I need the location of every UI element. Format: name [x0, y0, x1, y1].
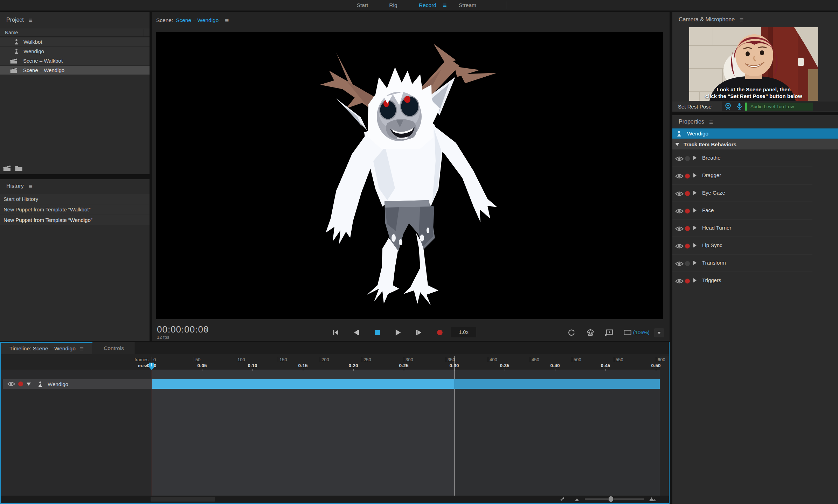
zoom-out-mountain-icon[interactable]	[574, 497, 580, 502]
eye-visibility-icon[interactable]	[675, 261, 684, 267]
tab-controls[interactable]: Controls	[93, 342, 134, 354]
record-tab-menu-icon[interactable]: ≡	[441, 0, 449, 10]
work-area-end-line[interactable]	[454, 356, 455, 496]
project-panel-menu-icon[interactable]: ≡	[29, 17, 33, 23]
frame-tick: 250	[362, 357, 371, 362]
behavior-row-lip-sync[interactable]: Lip Sync	[672, 237, 838, 254]
microphone-toggle-icon[interactable]	[736, 103, 743, 110]
timeline-ruler[interactable]: frames m:ss 0501001502002503003504004505…	[1, 356, 669, 371]
render-quality-button[interactable]	[586, 328, 595, 337]
arm-for-record-dot[interactable]	[685, 191, 690, 196]
new-folder-icon[interactable]	[15, 165, 23, 171]
properties-panel-menu-icon[interactable]: ≡	[709, 119, 713, 125]
tab-timeline[interactable]: Timeline: Scene – Wendigo ≡	[1, 342, 92, 354]
set-rest-pose-button[interactable]: Set Rest Pose	[672, 102, 722, 111]
expand-triangle-icon[interactable]	[693, 208, 697, 212]
expand-triangle-icon[interactable]	[693, 278, 697, 282]
scene-panel-menu-icon[interactable]: ≡	[225, 17, 229, 24]
timeline-scrollbar-track[interactable]	[1, 496, 669, 503]
expand-triangle-icon[interactable]	[693, 173, 697, 177]
behavior-row-face[interactable]: Face	[672, 202, 838, 219]
overlay-line-2: click the “Set Rest Pose” button below	[689, 93, 818, 99]
arm-for-record-dot[interactable]	[685, 156, 690, 161]
behavior-row-breathe[interactable]: Breathe	[672, 149, 838, 167]
previous-frame-button[interactable]	[350, 327, 363, 338]
project-name-column-header[interactable]: Name	[0, 28, 150, 37]
fit-timeline-icon[interactable]	[560, 496, 565, 502]
eye-visibility-icon[interactable]	[675, 208, 684, 214]
history-item[interactable]: New Puppet from Template “Wendigo”	[0, 215, 150, 225]
project-item-wendigo[interactable]: Wendigo	[0, 47, 150, 56]
arm-for-record-dot[interactable]	[685, 279, 690, 284]
expand-triangle-icon[interactable]	[693, 226, 697, 230]
refresh-scene-button[interactable]	[567, 328, 576, 337]
eye-visibility-icon[interactable]	[675, 173, 684, 179]
eye-visibility-icon[interactable]	[675, 243, 684, 249]
selected-puppet-row[interactable]: Wendigo	[672, 128, 838, 139]
play-button[interactable]	[392, 327, 404, 338]
tab-rig[interactable]: Rig	[385, 0, 402, 10]
tab-record[interactable]: Record	[415, 0, 440, 10]
behavior-row-triggers[interactable]: Triggers	[672, 272, 838, 289]
arm-for-record-dot[interactable]	[685, 209, 690, 214]
behavior-row-eye-gaze[interactable]: Eye Gaze	[672, 184, 838, 202]
zoom-dropdown-button[interactable]	[654, 328, 664, 337]
tab-stream[interactable]: Stream	[455, 0, 480, 10]
history-item[interactable]: New Puppet from Template “Walkbot”	[0, 204, 150, 215]
viewport-zoom-level[interactable]: (106%)	[633, 330, 650, 335]
timeline-panel-menu-icon[interactable]: ≡	[80, 345, 84, 352]
eye-visibility-icon[interactable]	[675, 156, 684, 162]
camera-panel-menu-icon[interactable]: ≡	[740, 16, 743, 23]
expand-triangle-icon[interactable]	[693, 191, 697, 195]
time-tick: 0:50	[651, 363, 660, 368]
project-item-walkbot[interactable]: Walkbot	[0, 37, 150, 46]
horizontal-scrollbar-handle[interactable]	[151, 497, 215, 502]
safe-area-button[interactable]	[623, 328, 632, 337]
track-item-bar[interactable]	[152, 379, 454, 389]
stop-button[interactable]	[371, 327, 384, 338]
eye-visibility-icon[interactable]	[7, 381, 15, 387]
record-button[interactable]	[434, 327, 446, 338]
track-item-bar-extension[interactable]	[454, 379, 660, 389]
mercury-transmit-button[interactable]	[604, 328, 614, 337]
track-header-wendigo[interactable]: Wendigo	[3, 379, 152, 389]
expand-triangle-icon[interactable]	[693, 261, 697, 265]
arm-for-record-dot[interactable]	[685, 261, 690, 266]
arm-for-record-dot[interactable]	[18, 382, 23, 386]
playhead-line[interactable]	[152, 363, 152, 496]
expand-triangle-icon[interactable]	[693, 156, 697, 160]
scene-name-link[interactable]: Scene – Wendigo	[176, 17, 219, 23]
zoom-in-mountain-icon[interactable]	[649, 497, 657, 502]
expand-triangle-icon[interactable]	[693, 243, 697, 247]
tab-start[interactable]: Start	[352, 0, 373, 10]
mode-bar: Start Rig Record ≡ Stream	[0, 0, 838, 10]
track-item-behaviors-group[interactable]: Track Item Behaviors	[672, 139, 838, 149]
project-item-scene-wendigo[interactable]: Scene – Wendigo	[0, 66, 150, 75]
wendigo-puppet[interactable]	[315, 42, 511, 315]
arm-for-record-dot[interactable]	[685, 226, 690, 231]
new-scene-icon[interactable]	[3, 164, 11, 171]
timeline-zoom-slider-track[interactable]	[585, 498, 644, 500]
playback-speed-button[interactable]: 1.0x	[451, 327, 476, 337]
behavior-row-dragger[interactable]: Dragger	[672, 167, 838, 184]
timecode-display[interactable]: 00:00:00:00	[157, 324, 209, 335]
next-frame-button[interactable]	[413, 327, 425, 338]
scene-viewport[interactable]	[156, 32, 663, 319]
expand-track-triangle-icon[interactable]	[27, 383, 31, 386]
eye-visibility-icon[interactable]	[675, 278, 684, 284]
camera-toggle-icon[interactable]	[724, 103, 732, 110]
timeline-zoom-slider-handle[interactable]	[609, 496, 613, 502]
project-item-scene-walkbot[interactable]: Scene – Walkbot	[0, 56, 150, 65]
frame-tick: 150	[278, 357, 287, 362]
eye-visibility-icon[interactable]	[675, 191, 684, 197]
collapse-triangle-icon[interactable]	[675, 143, 679, 146]
playhead-handle[interactable]	[149, 363, 154, 370]
behavior-row-transform[interactable]: Transform	[672, 254, 838, 272]
eye-visibility-icon[interactable]	[675, 226, 684, 232]
behavior-row-head-turner[interactable]: Head Turner	[672, 219, 838, 237]
history-panel-menu-icon[interactable]: ≡	[29, 183, 33, 190]
arm-for-record-dot[interactable]	[685, 244, 690, 248]
arm-for-record-dot[interactable]	[685, 174, 690, 178]
history-item[interactable]: Start of History	[0, 194, 150, 204]
go-to-start-button[interactable]	[329, 327, 342, 338]
